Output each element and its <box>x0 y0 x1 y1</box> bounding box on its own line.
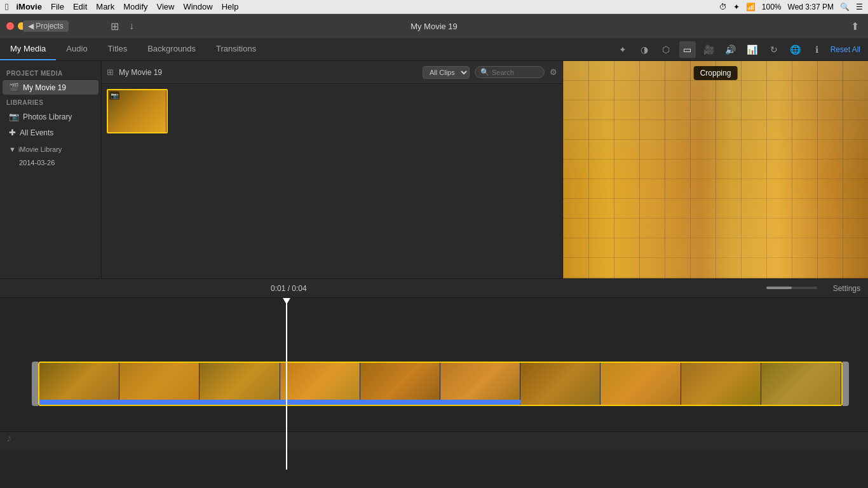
color-correction-icon[interactable]: ⬡ <box>658 41 674 58</box>
grid-view-button[interactable]: ⊞ <box>108 19 121 34</box>
info-icon[interactable]: ℹ <box>809 41 825 58</box>
sidebar-item-label: All Events <box>20 128 53 137</box>
timeline: 0:01 / 0:04 Settings ♪ <box>0 278 868 488</box>
toolbar-tabs: My Media Audio Titles Backgrounds Transi… <box>0 38 266 60</box>
tab-titles[interactable]: Titles <box>98 38 138 60</box>
search-menubar-icon[interactable]: 🔍 <box>840 3 850 11</box>
menu-edit[interactable]: Edit <box>73 2 87 11</box>
tab-transitions[interactable]: Transitions <box>206 38 266 60</box>
export-button[interactable]: ⬆ <box>848 19 862 34</box>
timeline-header: 0:01 / 0:04 Settings <box>0 279 868 298</box>
track-frame-3 <box>200 363 280 405</box>
sidebar-item-label: Photos Library <box>23 112 72 121</box>
track-frame-10 <box>761 363 841 405</box>
timeline-scrollbar[interactable] <box>766 287 817 289</box>
layout-icon[interactable]: ⊞ <box>107 67 114 77</box>
video-icon[interactable]: 🎥 <box>701 41 717 58</box>
photos-icon: 📷 <box>9 112 19 121</box>
sidebar-item-my-movie[interactable]: 🎬 My Movie 19 <box>3 80 98 95</box>
media-clip-1[interactable]: 📷 <box>107 89 168 133</box>
sidebar-item-all-events[interactable]: ✚ All Events <box>3 125 98 140</box>
track-frame-1 <box>39 363 119 405</box>
media-settings-icon[interactable]: ⚙ <box>550 67 557 77</box>
tab-audio[interactable]: Audio <box>56 38 97 60</box>
timeline-settings-label[interactable]: Settings <box>833 284 860 293</box>
search-box: 🔍 <box>475 66 545 78</box>
project-media-label: PROJECT MEDIA <box>0 66 101 79</box>
track-progress-bar <box>39 400 520 405</box>
media-grid: 📷 <box>102 84 562 139</box>
timeline-body: ♪ <box>0 298 868 470</box>
audio-levels-icon[interactable]: 🔊 <box>722 41 739 58</box>
menu-bar:  iMovie File Edit Mark Modify View Wind… <box>0 0 868 14</box>
tab-backgrounds[interactable]: Backgrounds <box>137 38 206 60</box>
toolbar: My Media Audio Titles Backgrounds Transi… <box>0 38 868 61</box>
clip-handle-left[interactable] <box>32 362 38 406</box>
close-button[interactable] <box>6 22 14 30</box>
bluetooth-icon: ✦ <box>733 3 740 11</box>
menubar-right: ⏱ ✦ 📶 100% Wed 3:37 PM 🔍 ☰ <box>719 3 863 11</box>
menu-view[interactable]: View <box>157 2 175 11</box>
title-right-buttons: ⬆ <box>848 19 862 34</box>
camera-icon: 📷 <box>109 92 119 100</box>
menu-file[interactable]: File <box>51 2 64 11</box>
movie-icon: 🎬 <box>9 83 19 92</box>
crop-icon[interactable]: ▭ <box>679 41 696 58</box>
track-frame-4 <box>280 363 360 405</box>
menu-mark[interactable]: Mark <box>96 2 114 11</box>
speed-icon[interactable]: 📊 <box>744 41 761 58</box>
timeline-track <box>38 362 843 419</box>
sidebar-item-photos[interactable]: 📷 Photos Library <box>3 109 98 124</box>
projects-button[interactable]: ◀ Projects <box>23 20 69 32</box>
menu-imovie[interactable]: iMovie <box>16 2 41 11</box>
cropping-tooltip: Cropping <box>694 66 738 80</box>
media-browser-title: My Movie 19 <box>119 68 162 77</box>
menu-help[interactable]: Help <box>222 2 239 11</box>
tab-my-media[interactable]: My Media <box>0 38 56 60</box>
noise-reduction-icon[interactable]: 🌐 <box>787 41 804 58</box>
notification-icon[interactable]: ☰ <box>856 3 863 11</box>
battery-status: 100% <box>762 3 782 11</box>
down-arrow-button[interactable]: ↓ <box>126 19 137 34</box>
media-browser-header: ⊞ My Movie 19 All Clips 🔍 ⚙ <box>102 61 562 84</box>
color-balance-icon[interactable]: ◑ <box>636 41 653 58</box>
track-frame-2 <box>119 363 200 405</box>
library-label: iMovie Library <box>18 146 62 153</box>
timeline-time-display: 0:01 / 0:04 <box>271 284 307 293</box>
all-clips-select[interactable]: All Clips <box>423 66 470 79</box>
apple-menu[interactable]:  <box>5 1 8 12</box>
imovie-library-header[interactable]: ▼ iMovie Library <box>3 143 98 156</box>
title-bar: ◀ Projects ⊞ ↓ My Movie 19 ⬆ <box>0 14 868 38</box>
sidebar-item-label: My Movie 19 <box>23 83 66 92</box>
menu-window[interactable]: Window <box>183 2 212 11</box>
reset-all-button[interactable]: Reset All <box>831 45 860 54</box>
track-frame-6 <box>440 363 520 405</box>
datetime: Wed 3:37 PM <box>788 3 834 11</box>
clip-handle-right[interactable] <box>843 362 849 406</box>
libraries-label: LIBRARIES <box>0 95 101 109</box>
stabilize-icon[interactable]: ↻ <box>766 41 782 58</box>
menu-modify[interactable]: Modify <box>123 2 147 11</box>
search-input[interactable] <box>492 69 536 76</box>
add-icon: ✚ <box>9 128 16 137</box>
wifi-icon: 📶 <box>746 3 756 11</box>
toolbar-icons: ✦ ◑ ⬡ ▭ 🎥 🔊 📊 ↻ 🌐 ℹ Reset All <box>614 41 868 58</box>
music-note-icon: ♪ <box>6 433 11 444</box>
track-frame-9 <box>681 363 761 405</box>
sidebar-item-date[interactable]: 2014-03-26 <box>3 157 98 168</box>
magic-wand-icon[interactable]: ✦ <box>614 41 631 58</box>
playhead[interactable] <box>286 298 287 470</box>
window-title: My Movie 19 <box>410 22 458 31</box>
chevron-down-icon: ▼ <box>9 146 16 153</box>
track-frame-8 <box>600 363 681 405</box>
timeline-scrollbar-thumb <box>766 287 792 289</box>
search-icon: 🔍 <box>480 68 489 76</box>
track-frame-5 <box>360 363 440 405</box>
time-machine-icon: ⏱ <box>719 3 727 11</box>
track-frame-7 <box>520 363 600 405</box>
track-clip-1[interactable] <box>38 362 843 406</box>
